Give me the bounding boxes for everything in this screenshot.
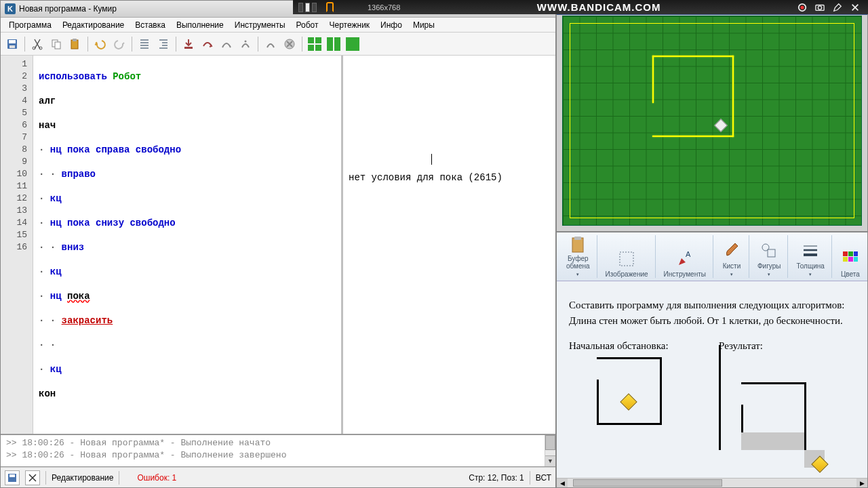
svg-rect-20 xyxy=(327,37,333,51)
pencil-icon[interactable] xyxy=(833,3,842,12)
svg-rect-26 xyxy=(572,238,583,252)
svg-rect-36 xyxy=(848,257,853,262)
svg-rect-37 xyxy=(854,257,858,262)
run-small-button[interactable] xyxy=(237,35,254,53)
save-icon[interactable] xyxy=(5,470,20,485)
robot-window: Робот - временная xyxy=(556,0,868,232)
output-panel[interactable]: нет условия для пока (2615) xyxy=(343,56,555,434)
menu-run[interactable]: Выполнение xyxy=(171,18,229,32)
ribbon-brushes[interactable]: Кисти ▾ xyxy=(715,235,749,278)
svg-rect-17 xyxy=(315,37,321,43)
indent-right-button[interactable] xyxy=(155,35,172,53)
svg-rect-28 xyxy=(620,252,633,266)
diamond-icon xyxy=(811,455,828,472)
svg-point-14 xyxy=(245,40,247,42)
menu-insert[interactable]: Вставка xyxy=(130,18,171,32)
horizontal-scrollbar[interactable]: ◀▶ xyxy=(557,478,867,487)
text-cursor xyxy=(431,154,432,165)
console-line: >> 18:00:26 - Новая программа* - Выполне… xyxy=(6,438,550,450)
ribbon-thickness[interactable]: Толщина ▾ xyxy=(789,235,831,278)
paint-window: Буфер обмена ▾ Изображение A Инструменты… xyxy=(556,232,868,488)
save-button[interactable] xyxy=(3,35,21,53)
scrollbar[interactable]: ▼ xyxy=(545,435,555,466)
svg-rect-31 xyxy=(768,249,775,257)
svg-rect-6 xyxy=(9,45,15,48)
insert-mode: ВСТ xyxy=(536,473,551,483)
pin-icon[interactable] xyxy=(326,2,334,12)
run-button[interactable] xyxy=(218,35,235,53)
menubar: Программа Редактирование Вставка Выполне… xyxy=(1,18,555,33)
document-canvas[interactable]: Составить программу для выполнения следу… xyxy=(557,281,867,487)
grid-view-button[interactable] xyxy=(306,35,323,53)
svg-text:A: A xyxy=(686,250,691,258)
close-tab-icon[interactable] xyxy=(25,470,40,485)
robot-field[interactable] xyxy=(562,16,862,226)
toolbar xyxy=(1,33,555,56)
record-icon[interactable] xyxy=(797,3,807,12)
menu-worlds[interactable]: Миры xyxy=(408,18,440,32)
cursor-position: Стр: 12, Поз: 1 xyxy=(469,473,524,483)
svg-rect-33 xyxy=(848,251,853,256)
menu-robot[interactable]: Робот xyxy=(291,18,324,32)
step-over-button[interactable] xyxy=(199,35,216,53)
svg-rect-13 xyxy=(184,47,193,49)
svg-point-1 xyxy=(800,5,804,9)
error-message: нет условия для пока (2615) xyxy=(349,172,502,183)
ribbon-shapes[interactable]: Фигуры ▾ xyxy=(751,235,788,278)
menu-program[interactable]: Программа xyxy=(3,18,57,32)
stop-button[interactable] xyxy=(281,35,298,53)
undo-button[interactable] xyxy=(92,35,109,53)
gutter: 12345678910111213141516 xyxy=(1,56,33,434)
column-view-button[interactable] xyxy=(325,35,342,53)
ribbon-image[interactable]: Изображение xyxy=(599,235,656,278)
svg-rect-12 xyxy=(73,39,77,41)
recorder-bar: 1366x768 WWW.BANDICAM.COM xyxy=(293,0,868,14)
close-icon[interactable] xyxy=(850,3,860,12)
console[interactable]: >> 18:00:26 - Новая программа* - Выполне… xyxy=(1,434,555,467)
indent-left-button[interactable] xyxy=(136,35,153,53)
svg-point-3 xyxy=(818,5,821,9)
menu-info[interactable]: Инфо xyxy=(375,18,408,32)
debug-button[interactable] xyxy=(262,35,279,53)
console-line: >> 18:00:26 - Новая программа* - Выполне… xyxy=(6,450,550,462)
task-text-1: Составить программу для выполнения следу… xyxy=(569,298,855,313)
menu-tools[interactable]: Инструменты xyxy=(229,18,291,32)
cut-button[interactable] xyxy=(28,35,46,53)
svg-rect-10 xyxy=(55,42,60,49)
code-area[interactable]: использовать Робот алг нач · нц пока спр… xyxy=(33,56,341,434)
svg-rect-34 xyxy=(854,251,858,256)
kumir-window: K Новая программа - Кумир Программа Реда… xyxy=(0,0,556,488)
copy-button[interactable] xyxy=(47,35,65,53)
svg-rect-18 xyxy=(308,45,314,51)
menu-edit[interactable]: Редактирование xyxy=(57,18,130,32)
svg-rect-35 xyxy=(843,257,848,262)
diamond-icon xyxy=(620,393,637,410)
mode-label: Редактирование xyxy=(52,473,113,483)
svg-rect-16 xyxy=(308,37,314,43)
svg-rect-21 xyxy=(334,37,340,51)
svg-rect-32 xyxy=(843,251,848,256)
svg-rect-23 xyxy=(349,41,356,47)
single-view-button[interactable] xyxy=(344,35,361,53)
window-title: Новая программа - Кумир xyxy=(19,4,117,14)
camera-icon[interactable] xyxy=(815,3,825,12)
dimensions: 1366x768 xyxy=(368,3,400,12)
step-into-button[interactable] xyxy=(180,35,197,53)
svg-rect-19 xyxy=(315,45,321,51)
error-count: Ошибок: 1 xyxy=(137,473,176,483)
initial-label: Начальная обстановка: xyxy=(569,340,705,352)
redo-button[interactable] xyxy=(111,35,128,53)
app-icon: K xyxy=(5,3,16,14)
paste-button[interactable] xyxy=(66,35,84,53)
statusbar: Редактирование Ошибок: 1 Стр: 12, Поз: 1… xyxy=(1,467,555,487)
task-text-2: Длина стен может быть любой. От 1 клетки… xyxy=(569,313,855,329)
ribbon-clipboard[interactable]: Буфер обмена ▾ xyxy=(559,235,597,278)
ribbon: Буфер обмена ▾ Изображение A Инструменты… xyxy=(557,232,867,281)
ribbon-tools[interactable]: A Инструменты xyxy=(657,235,713,278)
bandicam-logo: WWW.BANDICAM.COM xyxy=(537,1,661,13)
ribbon-colors[interactable]: Цвета xyxy=(833,235,867,278)
code-editor[interactable]: 12345678910111213141516 использовать Роб… xyxy=(1,56,343,434)
menu-drafter[interactable]: Чертежник xyxy=(324,18,376,32)
svg-rect-25 xyxy=(9,474,15,477)
svg-rect-5 xyxy=(9,40,16,43)
